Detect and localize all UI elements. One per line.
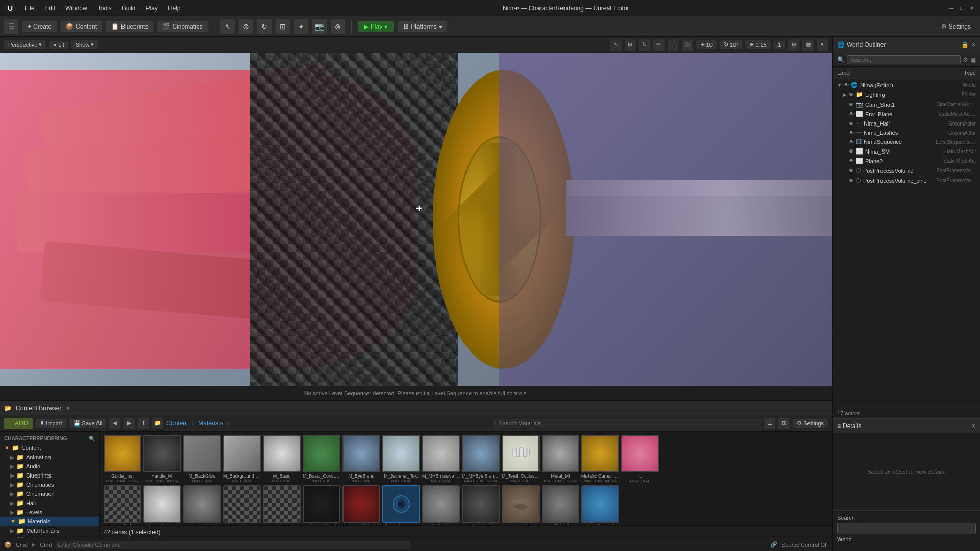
sort-button[interactable]: ⊞	[778, 418, 790, 429]
wo-item-lighting[interactable]: ▶ 👁 📁 Lighting Folder	[833, 90, 980, 99]
maximize-button[interactable]: □	[958, 4, 966, 12]
material-m-background-constant[interactable]: M_Background Constant MATERIAL	[223, 435, 261, 483]
angle-value[interactable]: ↻ 10°	[720, 40, 743, 49]
material-m-teeth-occlusion[interactable]: M_Teeth Occlusion MATERIAL	[502, 435, 540, 483]
play-button[interactable]: ▶ Play ▾	[358, 21, 394, 32]
material-mi-background[interactable]: MI_Background	[143, 485, 181, 525]
menu-build[interactable]: Build	[118, 4, 140, 13]
folder-blueprints[interactable]: ▶ 📁 Blueprints	[0, 471, 99, 480]
wo-item-nima-sm[interactable]: ▶ 👁 ⬜ Nima_SM StaticMeshAct	[833, 146, 980, 156]
close-button[interactable]: ✕	[968, 4, 976, 12]
sidebar-search-icon[interactable]: 🔍	[89, 436, 95, 441]
grid-tool[interactable]: ≡	[668, 39, 679, 51]
breadcrumb-materials[interactable]: Materials	[198, 420, 223, 427]
platforms-button[interactable]: 🖥 Platforms ▾	[398, 21, 447, 32]
material-m-mhemissive-text[interactable]: M_MHEmissive Text MATERIAL	[422, 435, 460, 483]
cursor-tool[interactable]: ↖	[610, 39, 622, 51]
transform-tool[interactable]: ✦	[294, 19, 308, 34]
material-nima-sleeves-mi[interactable]: Nima_Sleeves_…	[382, 485, 420, 525]
wo-lock-icon[interactable]: 🔒	[961, 41, 969, 48]
camera-speed-tool[interactable]: 🎥	[682, 39, 693, 51]
material-nima-shirt-mi[interactable]: Nima_Shirt_MI	[342, 485, 380, 525]
rotate-tool[interactable]: ↻	[257, 19, 272, 34]
wo-close-icon[interactable]: ✕	[971, 41, 976, 48]
move-tool[interactable]: ⊕	[239, 19, 253, 34]
create-button[interactable]: + Create	[22, 21, 57, 32]
material-m-jacrimal-text[interactable]: M_Jacrimal_Text MATERIAL	[382, 435, 420, 483]
folder-metahumans[interactable]: ▶ 📁 MetaHumans	[0, 526, 99, 535]
perspective-button[interactable]: Perspective ▾	[4, 40, 46, 49]
wo-settings-icon[interactable]: ⚙	[963, 56, 968, 63]
viewport-more-tool[interactable]: ▾	[817, 39, 828, 51]
material-plastic-mi[interactable]: Plastic_MI	[462, 485, 500, 525]
dp-close-icon[interactable]: ✕	[971, 422, 976, 430]
material-m-eyeblend[interactable]: M_EyeBlend MATERIAL	[342, 435, 380, 483]
menu-window[interactable]: Window	[61, 4, 91, 13]
menu-tools[interactable]: Tools	[93, 4, 116, 13]
lit-button[interactable]: ● Lit	[49, 41, 68, 49]
material-m-backglow[interactable]: M_BackGlow MATERIAL	[183, 435, 221, 483]
snap-tool[interactable]: ⊞	[625, 39, 636, 51]
material-m-basic[interactable]: M_Basic MATERIAL	[263, 435, 301, 483]
content-button[interactable]: 📦 Content	[61, 21, 102, 32]
material-mi-backglow[interactable]: MI_BackGlow	[104, 485, 141, 525]
wo-filter-icon[interactable]: ▦	[970, 56, 976, 63]
rotate-snap-tool[interactable]: ↻	[639, 39, 650, 51]
wo-item-plane2[interactable]: ▶ 👁 ⬜ Plane2 StaticMeshAct	[833, 156, 980, 166]
wo-item-nima[interactable]: ▼ 👁 🌐 Nima (Editor) World	[833, 80, 980, 90]
camera-tool[interactable]: 📷	[312, 19, 327, 34]
material-m-mheye-blend-inst[interactable]: M_MHEye Blend_Inst MATERIAL INSTA	[462, 435, 500, 483]
folder-cinematics[interactable]: ▶ 📁 Cinematics	[0, 480, 99, 489]
extra-tool[interactable]: ⊗	[331, 19, 345, 34]
folder-content[interactable]: ▼ 📁 Content	[0, 443, 99, 453]
wo-search-input[interactable]	[847, 55, 961, 64]
material-mi-teeth[interactable]: MI_Teeth	[263, 485, 301, 525]
material-mi-f-slacks[interactable]: MI_F_slacks	[183, 485, 221, 525]
viewport-canvas[interactable]: +	[0, 53, 832, 386]
folder-levels[interactable]: ▶ 📁 Levels	[0, 508, 99, 517]
material-rope-mi[interactable]: Rope_MI	[502, 485, 540, 525]
scale-tool[interactable]: ⊞	[276, 19, 290, 34]
minimize-button[interactable]: —	[947, 4, 955, 12]
folder-cinemation[interactable]: ▶ 📁 Cinemation	[0, 489, 99, 498]
history-forward-button[interactable]: ▶	[124, 418, 135, 429]
scale-value[interactable]: ⊕ 0.25	[745, 40, 770, 49]
pen-tool[interactable]: ✏	[653, 39, 665, 51]
menu-help[interactable]: Help	[164, 4, 185, 13]
select-tool[interactable]: ↖	[220, 19, 235, 34]
wo-item-nima-lashes[interactable]: ▶ 👁 〰 Nima_Lashes GroomActor	[833, 128, 980, 137]
show-button[interactable]: Show ▾	[71, 40, 99, 49]
wo-item-nima-hair[interactable]: ▶ 👁 〰 Nima_Hair GroomActor	[833, 119, 980, 128]
material-nima-hair-mi[interactable]: Nima_Hair_MI	[303, 485, 340, 525]
cinematics-button[interactable]: 🎬 Cinematics	[157, 21, 207, 32]
menu-play[interactable]: Play	[141, 4, 161, 13]
folder-materials[interactable]: ▼ 📁 Materials	[0, 517, 99, 526]
material-shoulder-mi[interactable]: Shoulder_MI	[581, 485, 619, 525]
drawer-icon[interactable]: 📦	[4, 541, 12, 548]
breadcrumb-content[interactable]: Content	[166, 420, 188, 427]
wo-item-postprocess-volume[interactable]: ▶ 👁 ⬡ PostProcessVolume PostProcessVo…	[833, 166, 980, 176]
menu-file[interactable]: File	[20, 4, 38, 13]
add-button[interactable]: + ADD	[4, 418, 33, 429]
search-input[interactable]	[837, 523, 976, 534]
material-golde-inst[interactable]: Golde_Inst MATERIAL INSTA	[104, 435, 141, 483]
cb-settings-button[interactable]: ⚙ Settings	[793, 419, 828, 428]
blueprints-button[interactable]: 📋 Blueprints	[106, 21, 153, 32]
import-button[interactable]: ⬇ Import	[36, 419, 66, 428]
wo-item-env-plane[interactable]: ▶ 👁 ⬜ Env_Plane StaticMeshAct…	[833, 109, 980, 119]
folder-hair[interactable]: ▶ 📁 Hair	[0, 498, 99, 508]
wo-item-nima-sequence[interactable]: ▶ 👁 🎞 NimaSequence LevelSequence…	[833, 137, 980, 146]
material-pink[interactable]: … MATERIAL	[621, 435, 659, 483]
search-materials-input[interactable]	[494, 419, 761, 428]
wo-item-postprocess-volume-cine[interactable]: ▶ 👁 ⬡ PostProcessVolume_cine PostProcess…	[833, 176, 980, 185]
grid-value[interactable]: ⊞ 10	[696, 40, 717, 49]
hamburger-menu[interactable]: ☰	[4, 19, 18, 34]
menu-edit[interactable]: Edit	[40, 4, 59, 13]
viewport-layout-tool[interactable]: ⊞	[788, 39, 799, 51]
num-value[interactable]: 1	[774, 41, 785, 49]
save-all-button[interactable]: 💾 Save All	[69, 419, 107, 428]
folder-audio[interactable]: ▶ 📁 Audio	[0, 462, 99, 471]
material-metallic-carpaint-inst[interactable]: Metallic Carpaint_Inst MATERIAL INSTA	[581, 435, 619, 483]
material-shirt-mi[interactable]: Shirt_MI	[542, 485, 579, 525]
material-m-basic-constant[interactable]: M_Basic_Constant MATERIAL	[303, 435, 340, 483]
